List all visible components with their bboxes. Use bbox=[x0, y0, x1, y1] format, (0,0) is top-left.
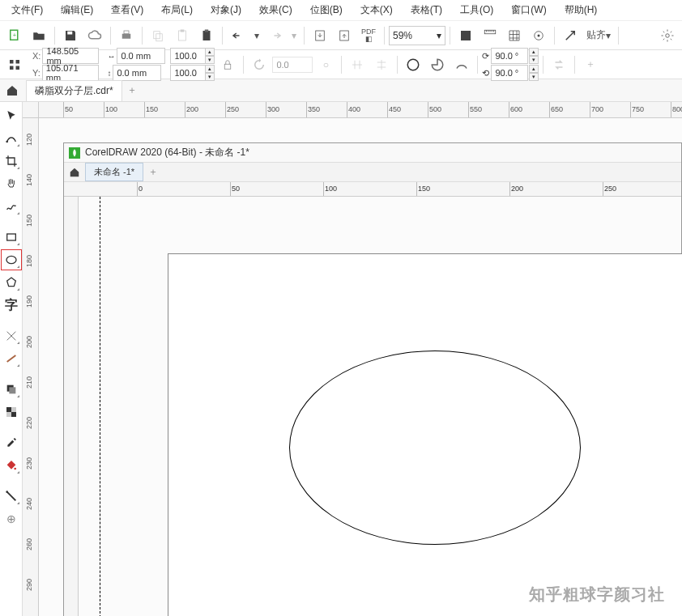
snap-button[interactable]: 贴齐 ▾ bbox=[583, 24, 614, 47]
svg-rect-25 bbox=[6, 234, 15, 240]
menu-bitmaps[interactable]: 位图(B) bbox=[307, 2, 346, 19]
rotate-icon[interactable] bbox=[248, 53, 271, 76]
dimension-tool[interactable] bbox=[1, 325, 22, 346]
ellipse-object[interactable] bbox=[289, 350, 581, 545]
guides-button[interactable] bbox=[527, 24, 550, 47]
menu-effects[interactable]: 效果(C) bbox=[256, 2, 296, 19]
svg-rect-3 bbox=[122, 33, 131, 38]
scale-y-field[interactable]: 100.0 bbox=[170, 65, 206, 81]
shape-tool[interactable] bbox=[1, 128, 22, 149]
svg-rect-4 bbox=[124, 31, 129, 34]
grid-button[interactable] bbox=[503, 24, 526, 47]
svg-rect-28 bbox=[9, 387, 15, 393]
guide-line[interactable] bbox=[100, 197, 100, 616]
pick-tool[interactable] bbox=[1, 105, 22, 126]
canvas-viewport[interactable]: CorelDRAW 2020 (64-Bit) - 未命名 -1* 未命名 -1… bbox=[39, 118, 682, 616]
outer-v-ruler[interactable]: 120140150180190200210220230240260290 bbox=[23, 118, 39, 616]
menu-edit[interactable]: 编辑(E) bbox=[58, 2, 96, 19]
launch-button[interactable] bbox=[559, 24, 582, 47]
outline-tool[interactable] bbox=[1, 486, 22, 507]
inner-doc-tab[interactable]: 未命名 -1* bbox=[85, 163, 143, 181]
redo-dropdown[interactable]: ▾ bbox=[288, 24, 300, 47]
redo-button[interactable] bbox=[264, 24, 287, 47]
transparency-tool[interactable] bbox=[1, 401, 22, 423]
menu-help[interactable]: 帮助(H) bbox=[561, 2, 601, 19]
eyedropper-tool[interactable] bbox=[1, 432, 22, 453]
rulers-button[interactable] bbox=[479, 24, 501, 47]
x-position-field[interactable]: 148.505 mm bbox=[42, 48, 99, 64]
menu-window[interactable]: 窗口(W) bbox=[508, 2, 549, 19]
inner-canvas[interactable]: 知乎粗球字颜习社 bbox=[79, 197, 681, 616]
menu-object[interactable]: 对象(J) bbox=[207, 2, 245, 19]
rectangle-tool[interactable] bbox=[1, 227, 22, 248]
paste-button[interactable] bbox=[171, 24, 194, 47]
mirror-h-icon[interactable] bbox=[346, 53, 369, 76]
copy-button[interactable] bbox=[147, 24, 169, 47]
more-tool[interactable]: ⊕ bbox=[1, 508, 22, 529]
inner-window-titlebar[interactable]: CorelDRAW 2020 (64-Bit) - 未命名 -1* bbox=[64, 143, 681, 163]
inner-v-ruler[interactable] bbox=[64, 197, 79, 616]
ruler-corner[interactable] bbox=[23, 102, 39, 118]
freehand-tool[interactable] bbox=[1, 196, 22, 217]
pan-tool[interactable] bbox=[1, 173, 22, 194]
end-angle-spin[interactable]: ▴▾ bbox=[529, 65, 539, 81]
end-angle-field[interactable]: 90.0 ° bbox=[491, 65, 528, 81]
fill-tool[interactable] bbox=[1, 455, 22, 476]
inner-h-ruler[interactable]: 050100150200250300 bbox=[64, 182, 681, 197]
home-icon[interactable] bbox=[0, 84, 24, 97]
menu-file[interactable]: 文件(F) bbox=[8, 2, 46, 19]
svg-text:+: + bbox=[13, 32, 17, 39]
menu-tools[interactable]: 工具(O) bbox=[457, 2, 497, 19]
clipboard-button[interactable] bbox=[195, 24, 218, 47]
outer-h-ruler[interactable]: 5010015020025030035040045050055060065070… bbox=[39, 102, 682, 118]
select-all-icon[interactable] bbox=[3, 53, 26, 76]
pdf-button[interactable]: PDF◧ bbox=[357, 24, 380, 47]
scale-x-spin[interactable]: ▴▾ bbox=[205, 48, 215, 64]
cloud-button[interactable] bbox=[83, 24, 106, 47]
property-bar: X:148.505 mm Y:105.071 mm ↔0.0 mm ↕0.0 m… bbox=[0, 50, 682, 79]
menu-text[interactable]: 文本(X) bbox=[357, 2, 396, 19]
start-angle-spin[interactable]: ▴▾ bbox=[529, 48, 539, 64]
print-button[interactable] bbox=[115, 24, 138, 47]
ellipse-shape-icon[interactable] bbox=[402, 53, 424, 76]
undo-dropdown[interactable]: ▾ bbox=[251, 24, 262, 47]
doc-tab-1[interactable]: 磷脂双分子层.cdr* bbox=[26, 80, 122, 101]
height-field[interactable]: 0.0 mm bbox=[113, 65, 161, 81]
arc-shape-icon[interactable] bbox=[450, 53, 473, 76]
mirror-v-icon[interactable] bbox=[370, 53, 393, 76]
width-field[interactable]: 0.0 mm bbox=[117, 48, 165, 64]
swap-dir-icon[interactable] bbox=[548, 53, 570, 76]
svg-rect-8 bbox=[181, 29, 185, 32]
save-button[interactable] bbox=[59, 24, 82, 47]
angle-field[interactable]: 0.0 bbox=[272, 57, 313, 73]
start-angle-field[interactable]: 90.0 ° bbox=[491, 48, 528, 64]
y-position-field[interactable]: 105.071 mm bbox=[42, 65, 99, 81]
svg-rect-7 bbox=[179, 31, 186, 40]
text-tool[interactable]: 字 bbox=[1, 295, 22, 316]
settings-icon[interactable] bbox=[656, 24, 679, 47]
fullscreen-button[interactable] bbox=[454, 24, 477, 47]
crop-tool[interactable] bbox=[1, 151, 22, 172]
undo-button[interactable] bbox=[227, 24, 249, 47]
plus-icon[interactable]: ＋ bbox=[579, 53, 602, 76]
connector-tool[interactable] bbox=[1, 348, 22, 369]
menu-layout[interactable]: 布局(L) bbox=[158, 2, 196, 19]
ellipse-tool[interactable] bbox=[1, 249, 22, 270]
zoom-select[interactable]: 59%▾ bbox=[389, 26, 445, 45]
angle-reset-icon[interactable]: ○ bbox=[314, 53, 337, 76]
import-button[interactable] bbox=[309, 24, 331, 47]
lock-ratio-icon[interactable] bbox=[216, 53, 239, 76]
pie-shape-icon[interactable] bbox=[426, 53, 449, 76]
export-button[interactable] bbox=[333, 24, 356, 47]
add-tab-button[interactable]: ＋ bbox=[122, 83, 142, 97]
scale-x-field[interactable]: 100.0 bbox=[170, 48, 206, 64]
new-doc-button[interactable]: + bbox=[3, 24, 26, 47]
inner-home-icon[interactable] bbox=[64, 167, 85, 178]
polygon-tool[interactable] bbox=[1, 272, 22, 293]
dropshadow-tool[interactable] bbox=[1, 379, 22, 400]
menu-table[interactable]: 表格(T) bbox=[407, 2, 445, 19]
scale-y-spin[interactable]: ▴▾ bbox=[205, 65, 215, 81]
inner-add-tab[interactable]: ＋ bbox=[143, 165, 163, 179]
menu-view[interactable]: 查看(V) bbox=[108, 2, 147, 19]
open-button[interactable] bbox=[28, 24, 50, 47]
